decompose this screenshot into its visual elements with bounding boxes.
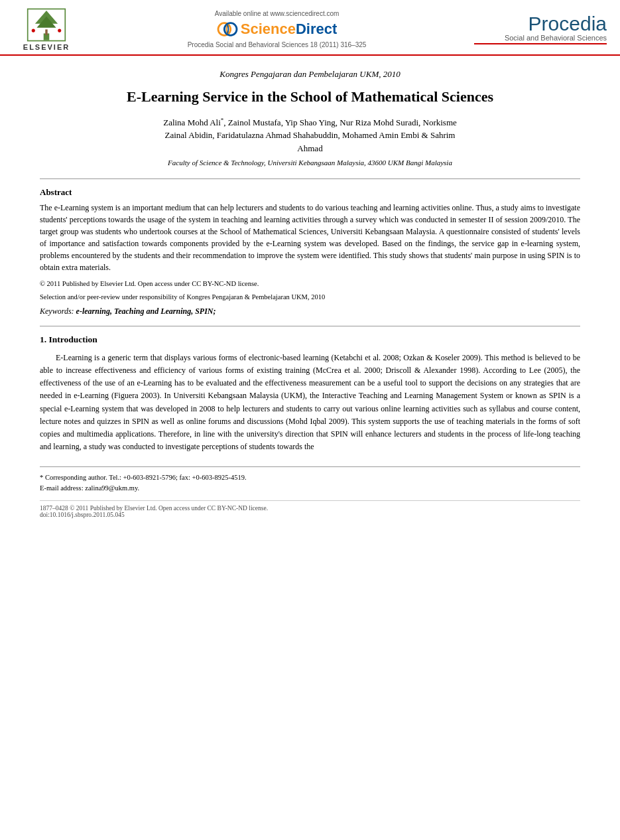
svg-rect-1 xyxy=(45,29,47,35)
abstract-text: The e-Learning system is an important me… xyxy=(40,202,580,273)
center-header: Available online at www.sciencedirect.co… xyxy=(80,10,474,48)
procedia-subtitle: Social and Behavioral Sciences xyxy=(505,34,607,42)
procedia-logo: Procedia Social and Behavioral Sciences xyxy=(474,14,607,44)
paper-title: E-Learning Service in the School of Math… xyxy=(40,88,580,107)
procedia-divider-line xyxy=(474,43,607,44)
affiliation: Faculty of Science & Technology, Univers… xyxy=(40,159,580,167)
elsevier-logo: ELSEVIER xyxy=(13,7,80,51)
elsevier-tree-icon xyxy=(27,7,66,43)
svg-point-5 xyxy=(32,29,35,33)
section-1-paragraph: E-Learning is a generic term that displa… xyxy=(40,352,580,454)
abstract-divider xyxy=(40,326,580,326)
journal-reference: Procedia Social and Behavioral Sciences … xyxy=(188,41,367,48)
sciencedirect-text: ScienceDirect xyxy=(241,21,338,38)
authors-text-line3: Ahmad xyxy=(297,143,322,153)
section-1-body: E-Learning is a generic term that displa… xyxy=(40,352,580,454)
page-header: ELSEVIER Available online at www.science… xyxy=(0,0,620,56)
footnote-email: E-mail address: zalina99@ukm.my. xyxy=(40,483,580,494)
keywords-line: Keywords: e-learning, Teaching and Learn… xyxy=(40,307,580,316)
svg-point-6 xyxy=(58,29,61,33)
elsevier-label: ELSEVIER xyxy=(23,43,70,51)
keywords-label: Keywords: xyxy=(40,307,76,316)
footer-doi: doi:10.1016/j.sbspro.2011.05.045 xyxy=(40,512,580,518)
sciencedirect-logo: ScienceDirect xyxy=(217,20,338,38)
header-divider xyxy=(40,178,580,179)
authors-text-line2: Zainal Abidin, Faridatulazna Ahmad Shaha… xyxy=(165,130,456,140)
main-content: Kongres Pengajaran dan Pembelajaran UKM,… xyxy=(0,56,620,531)
procedia-title: Procedia xyxy=(528,14,607,34)
keywords-text: e-learning, Teaching and Learning, SPIN; xyxy=(76,307,216,316)
abstract-label: Abstract xyxy=(40,187,580,198)
footer-issn: 1877–0428 © 2011 Published by Elsevier L… xyxy=(40,505,580,512)
section-introduction: 1. Introduction E-Learning is a generic … xyxy=(40,334,580,454)
abstract-section: Abstract The e-Learning system is an imp… xyxy=(40,187,580,316)
authors-text: Zalina Mohd Ali*, Zainol Mustafa, Yip Sh… xyxy=(163,117,457,127)
footnote-section: * Corresponding author. Tel.: +0-603-892… xyxy=(40,466,580,494)
bottom-footer: 1877–0428 © 2011 Published by Elsevier L… xyxy=(40,500,580,518)
authors: Zalina Mohd Ali*, Zainol Mustafa, Yip Sh… xyxy=(40,116,580,155)
copyright-line2: Selection and/or peer-review under respo… xyxy=(40,292,580,303)
sd-icon xyxy=(217,20,238,38)
conference-title: Kongres Pengajaran dan Pembelajaran UKM,… xyxy=(40,69,580,80)
available-online-text: Available online at www.sciencedirect.co… xyxy=(215,10,340,17)
section-1-heading: 1. Introduction xyxy=(40,334,580,345)
copyright-line1: © 2011 Published by Elsevier Ltd. Open a… xyxy=(40,279,580,289)
footnote-corresponding: * Corresponding author. Tel.: +0-603-892… xyxy=(40,472,580,483)
